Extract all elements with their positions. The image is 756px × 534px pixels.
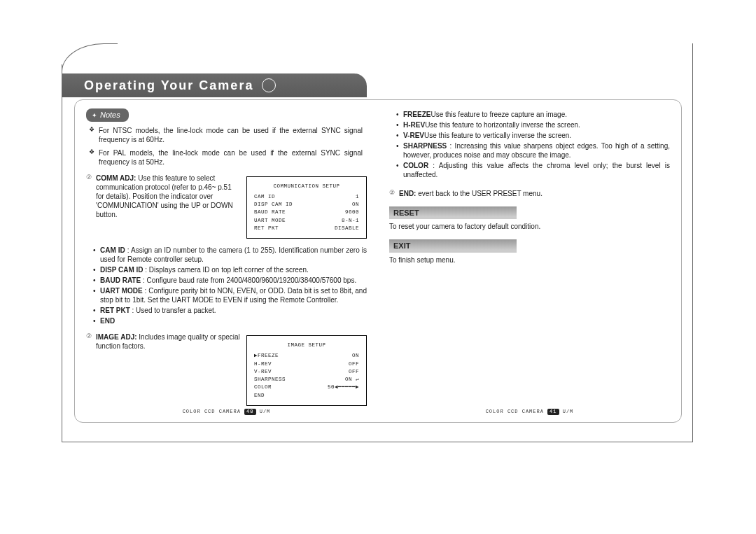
comm-row: CAM ID1 bbox=[254, 193, 359, 201]
footer-text-b: U/M bbox=[563, 409, 574, 414]
footer-text-b: U/M bbox=[260, 409, 271, 414]
uart-mode-item: •UART MODE : Configure parity bit to NON… bbox=[93, 286, 367, 304]
img-row: SHARPNESSON ↵ bbox=[254, 376, 359, 384]
bullet-icon: ② bbox=[389, 189, 399, 198]
right-page-number: 41 bbox=[547, 409, 559, 415]
reset-body: To reset your camera to factory default … bbox=[389, 222, 670, 231]
end-item: •END bbox=[93, 316, 367, 325]
footer-text-a: COLOR CCD CAMERA bbox=[486, 409, 544, 414]
image-screen-title: IMAGE SETUP bbox=[254, 342, 359, 349]
comm-row: RET PKTDISABLE bbox=[254, 225, 359, 232]
note-pal: ❖ For PAL models, the line-lock mode can… bbox=[99, 148, 363, 167]
cam-id-item: •CAM ID : Assign an ID number to the cam… bbox=[93, 246, 367, 264]
image-adj-label: IMAGE ADJ: bbox=[96, 333, 137, 341]
comm-adj-row: ② COMM ADJ: Use this feature to select c… bbox=[86, 174, 367, 242]
comm-row: DISP CAM IDON bbox=[254, 201, 359, 209]
baud-rate-item: •BAUD RATE : Configure baud rate from 24… bbox=[93, 276, 367, 285]
section-header: Operating Your Camera bbox=[62, 73, 367, 97]
note-pal-text: For PAL models, the line-lock mode can b… bbox=[99, 149, 363, 166]
img-row: ▶FREEZEON bbox=[254, 352, 359, 360]
exit-heading: EXIT bbox=[389, 239, 517, 252]
bullet-icon: ② bbox=[86, 332, 96, 409]
camera-icon bbox=[262, 78, 276, 92]
img-row: END bbox=[254, 392, 359, 400]
reset-heading: RESET bbox=[389, 206, 517, 219]
right-column: •FREEZEUse this feature to freeze captur… bbox=[378, 100, 681, 422]
comm-row: BAUD RATE9600 bbox=[254, 209, 359, 216]
img-row: COLOR50◀━━━━━▶ bbox=[254, 384, 359, 391]
freeze-item: •FREEZEUse this feature to freeze captur… bbox=[396, 110, 670, 119]
vrev-item: •V-REVUse this feature to vertically inv… bbox=[396, 131, 670, 140]
section-title: Operating Your Camera bbox=[84, 78, 253, 93]
note-ntsc-text: For NTSC models, the line-lock mode can … bbox=[99, 127, 363, 143]
left-page-footer: COLOR CCD CAMERA 40 U/M bbox=[75, 409, 378, 415]
bullet-icon: ② bbox=[86, 174, 96, 242]
color-item: •COLOR : Adjusting this value affects th… bbox=[396, 161, 670, 179]
right-page-footer: COLOR CCD CAMERA 41 U/M bbox=[378, 409, 681, 415]
left-page-number: 40 bbox=[244, 409, 255, 415]
content-frame: Notes ❖ For NTSC models, the line-lock m… bbox=[74, 99, 682, 423]
disp-cam-id-item: •DISP CAM ID : Displays camera ID on top… bbox=[93, 265, 367, 274]
exit-body: To finish setup menu. bbox=[389, 255, 670, 265]
comm-row: UART MODE8-N-1 bbox=[254, 217, 359, 225]
comm-screen-title: COMMUNICATION SETUP bbox=[254, 183, 359, 190]
img-row: V-REVOFF bbox=[254, 368, 359, 376]
comm-setup-screen: COMMUNICATION SETUP CAM ID1 DISP CAM IDO… bbox=[246, 176, 367, 239]
image-setup-screen: IMAGE SETUP ▶FREEZEON H-REVOFF V-REVOFF … bbox=[246, 335, 367, 406]
comm-adj-label: COMM ADJ: bbox=[96, 174, 136, 182]
left-column: Notes ❖ For NTSC models, the line-lock m… bbox=[75, 100, 378, 422]
note-ntsc: ❖ For NTSC models, the line-lock mode ca… bbox=[99, 126, 363, 144]
ret-pkt-item: •RET PKT : Used to transfer a packet. bbox=[93, 306, 367, 315]
image-adj-row: ② IMAGE ADJ: Includes image quality or s… bbox=[86, 332, 367, 409]
hrev-item: •H-REVUse this feature to horizontally i… bbox=[396, 120, 670, 129]
end-row: ② END: evert back to the USER PRESET men… bbox=[389, 189, 670, 198]
footer-text-a: COLOR CCD CAMERA bbox=[183, 409, 241, 414]
sharpness-item: •SHARPNESS : Increasing this value sharp… bbox=[396, 141, 670, 160]
end-label: END: bbox=[399, 190, 416, 197]
end-body: evert back to the USER PRESET menu. bbox=[418, 190, 542, 197]
notes-badge: Notes bbox=[86, 108, 129, 122]
img-row: H-REVOFF bbox=[254, 360, 359, 368]
